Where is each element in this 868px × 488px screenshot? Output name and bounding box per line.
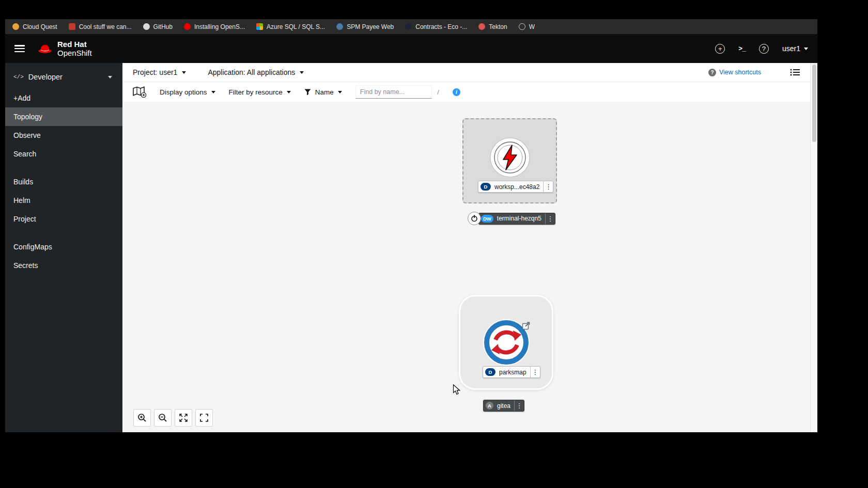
- name-filter-dropdown[interactable]: Name: [304, 88, 342, 96]
- code-brackets-icon: </>: [13, 74, 24, 80]
- chevron-down-icon: [287, 91, 291, 93]
- user-menu[interactable]: user1: [782, 44, 808, 53]
- find-by-name-input[interactable]: [355, 85, 432, 99]
- kebab-menu-icon[interactable]: ⋮: [514, 400, 524, 411]
- bookmark-github[interactable]: GitHub: [143, 23, 173, 30]
- sidebar-item-helm[interactable]: Helm: [5, 191, 122, 210]
- filter-by-resource-dropdown[interactable]: Filter by resource: [229, 88, 291, 96]
- workspace-node-label[interactable]: D worksp...ec48a2 ⋮: [478, 181, 553, 193]
- application-selector-label: Application: All applications: [208, 68, 295, 76]
- deployment-badge: D: [481, 183, 491, 191]
- context-bar: Project: user1 Application: All applicat…: [122, 63, 810, 82]
- scrollbar[interactable]: [810, 63, 817, 432]
- terminal-icon[interactable]: >_: [738, 45, 746, 53]
- bookmark-label: GitHub: [153, 23, 173, 30]
- parksmap-node-label[interactable]: D parksmap ⋮: [483, 366, 540, 378]
- bookmarks-bar: Cloud Quest Cool stuff we can... GitHub …: [5, 19, 817, 34]
- gitea-node-label[interactable]: A gitea ⋮: [483, 400, 524, 412]
- sidebar: </> Developer +Add Topology Observe Sear…: [5, 63, 122, 432]
- workspace-decorator-icon[interactable]: [468, 212, 481, 225]
- chevron-down-icon: [300, 71, 304, 74]
- application-badge: A: [486, 402, 493, 410]
- workspace-label-text: worksp...ec48a2: [491, 183, 543, 191]
- bookmark-spm-payee[interactable]: SPM Payee Web: [336, 23, 394, 30]
- question-circle-icon: ?: [708, 69, 716, 76]
- parksmap-label-text: parksmap: [495, 369, 530, 376]
- terminal-node-row[interactable]: DW terminal-hezqn5 ⋮: [468, 212, 555, 225]
- bookmark-label: SPM Payee Web: [347, 23, 394, 30]
- add-circle-icon[interactable]: +: [715, 44, 725, 54]
- terminal-node-label[interactable]: DW terminal-hezqn5 ⋮: [478, 213, 555, 225]
- chevron-down-icon: [182, 71, 186, 74]
- bookmark-installing-openshift[interactable]: Installing OpenS...: [184, 23, 245, 30]
- bookmark-label: Azure SQL / SQL S...: [267, 23, 325, 30]
- github-favicon: [143, 23, 150, 30]
- zoom-in-button[interactable]: [133, 409, 151, 427]
- book-favicon: [69, 23, 75, 30]
- bookmark-w[interactable]: W: [519, 23, 535, 30]
- main-content: Project: user1 Application: All applicat…: [122, 63, 810, 432]
- devworkspace-icon: [489, 137, 531, 178]
- name-filter-label: Name: [315, 88, 334, 96]
- filter-by-resource-label: Filter by resource: [229, 88, 283, 96]
- browser-viewport: Cloud Quest Cool stuff we can... GitHub …: [5, 19, 817, 432]
- sidebar-item-search[interactable]: Search: [5, 145, 122, 163]
- microsoft-favicon: [256, 23, 263, 30]
- kebab-menu-icon[interactable]: ⋮: [543, 181, 553, 192]
- sidebar-item-add[interactable]: +Add: [5, 89, 122, 107]
- contracts-favicon: [405, 23, 412, 30]
- cloud-quest-favicon: [12, 23, 19, 30]
- chevron-down-icon: [804, 48, 808, 50]
- hamburger-menu-icon[interactable]: [14, 45, 25, 52]
- tekton-favicon: [478, 23, 485, 30]
- kebab-menu-icon[interactable]: ⋮: [545, 213, 555, 224]
- perspective-label: Developer: [28, 73, 63, 81]
- sidebar-item-configmaps[interactable]: ConfigMaps: [5, 238, 122, 256]
- gitea-label-text: gitea: [493, 402, 514, 410]
- sidebar-item-project[interactable]: Project: [5, 210, 122, 228]
- view-shortcuts-link[interactable]: ? View shortcuts: [708, 69, 761, 76]
- project-selector-label: Project: user1: [133, 68, 177, 76]
- bookmark-tekton[interactable]: Tekton: [478, 23, 507, 30]
- bookmark-contracts[interactable]: Contracts - Eco -...: [405, 23, 467, 30]
- bookmark-cool-stuff[interactable]: Cool stuff we can...: [69, 23, 132, 30]
- bookmark-label: W: [529, 23, 535, 30]
- display-options-dropdown[interactable]: Display options: [160, 88, 215, 96]
- chevron-down-icon: [108, 76, 112, 78]
- sidebar-item-observe[interactable]: Observe: [5, 126, 122, 145]
- open-url-decorator-icon[interactable]: [522, 321, 531, 330]
- bookmark-azure-sql[interactable]: Azure SQL / SQL S...: [256, 23, 325, 30]
- topology-canvas[interactable]: D worksp...ec48a2 ⋮ DW: [122, 102, 810, 432]
- topology-view-icon[interactable]: [133, 86, 146, 98]
- chevron-down-icon: [211, 91, 215, 93]
- help-icon[interactable]: ?: [759, 44, 769, 54]
- sidebar-item-builds[interactable]: Builds: [5, 172, 122, 191]
- list-view-icon[interactable]: [790, 68, 800, 76]
- mouse-cursor: [453, 384, 460, 397]
- sidebar-item-secrets[interactable]: Secrets: [5, 256, 122, 275]
- bookmark-label: Tekton: [489, 23, 507, 30]
- project-selector[interactable]: Project: user1: [133, 68, 186, 76]
- slash-shortcut-hint: /: [437, 88, 439, 96]
- perspective-switcher[interactable]: </> Developer: [5, 63, 122, 89]
- openshift-favicon: [184, 23, 191, 30]
- sidebar-item-topology[interactable]: Topology: [5, 107, 122, 126]
- application-selector[interactable]: Application: All applications: [208, 68, 304, 76]
- bookmark-label: Cloud Quest: [23, 23, 57, 30]
- bookmark-cloud-quest[interactable]: Cloud Quest: [12, 23, 57, 30]
- brand-line-2: OpenShift: [57, 49, 92, 57]
- fullscreen-button[interactable]: [195, 409, 213, 427]
- deployment-badge: D: [485, 368, 495, 376]
- kebab-menu-icon[interactable]: ⋮: [530, 367, 540, 377]
- masthead: Red Hat OpenShift + >_ ? user1: [5, 34, 817, 63]
- redhat-openshift-logo[interactable]: Red Hat OpenShift: [37, 40, 92, 58]
- filter-funnel-icon: [304, 89, 311, 96]
- screen: Cloud Quest Cool stuff we can... GitHub …: [0, 0, 868, 488]
- info-icon[interactable]: i: [453, 88, 460, 96]
- devworkspace-badge: DW: [481, 215, 493, 223]
- zoom-out-button[interactable]: [154, 409, 172, 427]
- globe-favicon: [519, 23, 525, 30]
- scrollbar-thumb[interactable]: [812, 65, 816, 142]
- fit-to-screen-button[interactable]: [175, 409, 192, 427]
- username: user1: [782, 44, 800, 53]
